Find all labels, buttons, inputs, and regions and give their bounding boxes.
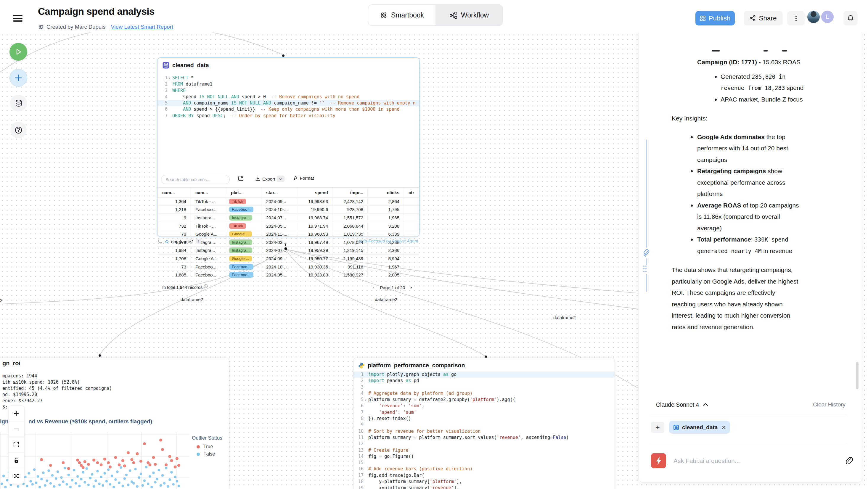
- add-context-button[interactable]: +: [651, 422, 664, 433]
- context-chip-cleaned-data[interactable]: cleaned_data: [669, 421, 730, 434]
- code-line[interactable]: 18 y=platform_summary['platform'],: [353, 479, 615, 485]
- sql-code-editor[interactable]: 1∨SELECT *2FROM dataframe13WHERE4 spend …: [157, 75, 419, 119]
- table-row[interactable]: 1,364TikTok - ...TikTok2024-09...19,993.…: [157, 197, 419, 206]
- code-line[interactable]: 16# Add revenue bars (positive direction…: [353, 466, 615, 472]
- model-selector[interactable]: Claude Sonnet 4: [656, 401, 708, 408]
- code-line[interactable]: 1import plotly.graph_objects as go: [353, 371, 615, 378]
- column-header[interactable]: spend: [297, 188, 333, 197]
- panel-scrollbar[interactable]: [856, 362, 859, 389]
- tag-menu-button[interactable]: [196, 239, 201, 244]
- next-page-button[interactable]: ›: [410, 284, 412, 291]
- code-line[interactable]: 5 AND campaign_name IS NOT NULL AND camp…: [157, 100, 419, 106]
- legend-item-true[interactable]: True: [192, 444, 222, 449]
- plot-toolbar[interactable]: [8, 405, 24, 484]
- prev-page-button[interactable]: ‹: [373, 284, 375, 291]
- data-sources-button[interactable]: [10, 95, 27, 112]
- python-node-header[interactable]: platform_performance_comparison: [358, 362, 465, 369]
- code-line[interactable]: 5∨platform_summary = dataframe2.groupby(…: [353, 397, 615, 403]
- fit-view-button[interactable]: [8, 437, 24, 453]
- help-button[interactable]: [10, 122, 27, 138]
- column-header[interactable]: cam...: [191, 188, 226, 197]
- expand-table-button[interactable]: [238, 176, 244, 181]
- code-line[interactable]: 6 'revenue': 'sum',: [353, 403, 615, 409]
- notifications-button[interactable]: [843, 11, 858, 26]
- python-code-editor[interactable]: 1import plotly.graph_objects as go2impor…: [353, 371, 615, 489]
- export-options-button[interactable]: [277, 176, 284, 182]
- code-line[interactable]: 19 x=platform_summary['revenue'],: [353, 485, 615, 489]
- code-line[interactable]: 13# Create figure: [353, 447, 615, 454]
- table-row[interactable]: 1,685Faceboo...Faceboo...2024-05...19,92…: [157, 271, 419, 279]
- code-line[interactable]: 11platform_summary = platform_summary.so…: [353, 434, 615, 441]
- shuffle-layout-button[interactable]: [8, 468, 24, 484]
- column-header[interactable]: impr...: [333, 188, 368, 197]
- tab-workflow[interactable]: Workflow: [435, 5, 503, 26]
- code-line[interactable]: 4 spend IS NOT NULL AND spend > 0 -- Rem…: [157, 94, 419, 100]
- code-line[interactable]: 7ORDER BY spend DESC; -- Order by spend …: [157, 113, 419, 119]
- code-line[interactable]: 12: [353, 441, 615, 447]
- zoom-out-button[interactable]: [8, 422, 24, 437]
- code-line[interactable]: 3WHERE: [157, 88, 419, 94]
- code-line[interactable]: 14fig = go.Figure(): [353, 454, 615, 460]
- format-button[interactable]: Format: [293, 176, 314, 181]
- code-line[interactable]: 17fig.add_trace(go.Bar(: [353, 472, 615, 479]
- add-node-button[interactable]: [9, 69, 27, 87]
- publish-button[interactable]: Publish: [695, 11, 735, 26]
- column-header[interactable]: ctr: [404, 188, 419, 197]
- code-line[interactable]: 1∨SELECT *: [157, 75, 419, 81]
- code-line[interactable]: 2FROM dataframe1: [157, 81, 419, 87]
- code-line[interactable]: 9: [353, 422, 615, 428]
- python-node-platform-performance[interactable]: platform_performance_comparison 1import …: [353, 358, 615, 489]
- code-line[interactable]: 4# Aggregate data by platform (ad group): [353, 391, 615, 397]
- export-button[interactable]: Export: [255, 176, 284, 182]
- column-header[interactable]: clicks: [368, 188, 404, 197]
- chat-input[interactable]: [674, 455, 801, 467]
- table-row[interactable]: 73Faceboo...Faceboo...2024-10-...19,930.…: [157, 263, 419, 271]
- scatter-legend[interactable]: Outlier Status True False: [192, 435, 222, 459]
- code-line[interactable]: 15: [353, 460, 615, 466]
- avatar-user-l[interactable]: L: [820, 10, 834, 24]
- mode-toggle[interactable]: Smartbook Workflow: [368, 4, 503, 26]
- lock-icon: [13, 457, 20, 463]
- table-row[interactable]: 79Google A...Google ...2024-11-...19,968…: [157, 230, 419, 238]
- attach-file-button[interactable]: [845, 456, 853, 464]
- analyst-chat-panel[interactable]: Campaign (ID: 1771) - 15.63x ROASGenerat…: [638, 26, 862, 483]
- table-cell: 991,116: [333, 263, 368, 271]
- workflow-canvas[interactable]: dataframe2 dataframe2 dataframe2 2 SQL c…: [0, 0, 868, 489]
- tab-smartbook[interactable]: Smartbook: [368, 5, 435, 26]
- view-report-link[interactable]: View Latest Smart Report: [111, 24, 173, 30]
- sql-node-cleaned-data[interactable]: SQL cleaned_data 1∨SELECT *2FROM datafra…: [157, 57, 420, 237]
- zoom-in-button[interactable]: [8, 406, 24, 422]
- menu-button[interactable]: [13, 15, 23, 23]
- result-table[interactable]: cam...cam...plat...star...spendimpr...cl…: [157, 187, 419, 279]
- run-workflow-button[interactable]: [9, 43, 27, 61]
- code-line[interactable]: 8}).reset_index(): [353, 416, 615, 422]
- sql-node-header[interactable]: SQL cleaned_data: [162, 62, 209, 69]
- share-button[interactable]: Share: [744, 11, 783, 26]
- table-row[interactable]: 1,984Instagra...Instagra...2024-07...19,…: [157, 247, 419, 255]
- code-line[interactable]: 3: [353, 384, 615, 391]
- column-header[interactable]: plat...: [226, 188, 261, 197]
- table-row[interactable]: 1,708Google A...Google ...2024-09...19,9…: [157, 254, 419, 263]
- code-line[interactable]: 7 'spend': 'sum': [353, 409, 615, 416]
- table-row[interactable]: 1,218Faceboo...Faceboo...2024-10-...19,9…: [157, 206, 419, 214]
- code-line[interactable]: 6 AND spend > {{spend_limit}} -- Keep on…: [157, 106, 419, 113]
- column-header[interactable]: star...: [261, 188, 297, 197]
- clear-history-button[interactable]: Clear History: [813, 401, 845, 408]
- legend-item-false[interactable]: False: [192, 451, 222, 457]
- avatar-user-photo[interactable]: [807, 10, 820, 24]
- drag-handle[interactable]: [643, 265, 648, 274]
- output-dataframe-tag[interactable]: dataframe2: [158, 238, 201, 245]
- code-line[interactable]: 2import pandas as pd: [353, 378, 615, 384]
- lock-view-button[interactable]: [8, 453, 24, 468]
- close-icon[interactable]: [722, 425, 726, 429]
- table-row[interactable]: 732TikTok - ...TikTok2024-05...19,971.94…: [157, 222, 419, 230]
- search-input[interactable]: [161, 175, 230, 184]
- column-header[interactable]: cam...: [157, 188, 191, 197]
- more-options-button[interactable]: [787, 11, 805, 26]
- scatter-plot[interactable]: [0, 432, 191, 489]
- code-line[interactable]: 10# Sort by revenue for better visualiza…: [353, 428, 615, 434]
- detach-pin-icon[interactable]: [642, 248, 652, 258]
- sql-node-title: cleaned_data: [172, 62, 209, 69]
- table-row[interactable]: 9Instagra...Instagra...2024-07...19,988.…: [157, 214, 419, 222]
- publish-label: Publish: [709, 14, 731, 22]
